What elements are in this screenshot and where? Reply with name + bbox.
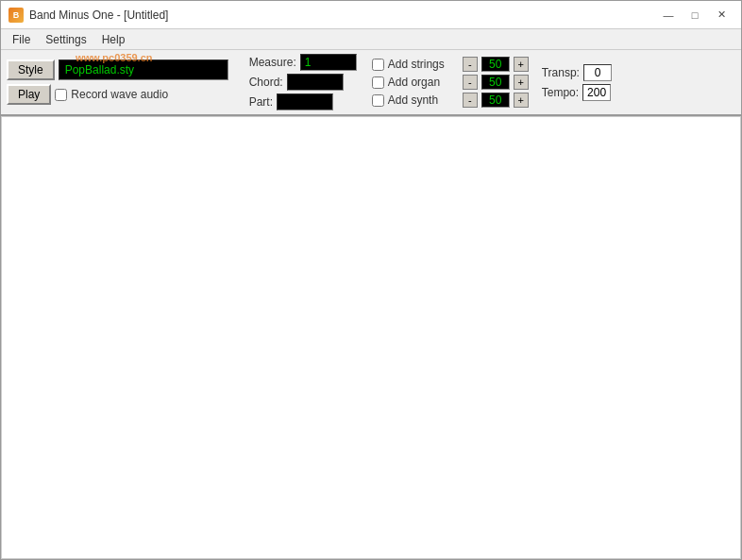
add-strings-checkbox[interactable] [372,59,384,71]
synth-value: 50 [481,93,510,108]
record-wave-label: Record wave audio [71,88,168,101]
measure-group: Measure: 1 [249,54,357,71]
strings-plus-button[interactable]: + [514,57,529,72]
menu-settings[interactable]: Settings [38,31,93,48]
add-organ-checkbox[interactable] [372,76,384,89]
strings-value: 50 [481,57,510,72]
tempo-value: 200 [582,84,611,101]
fields-block: Measure: 1 Chord: Part: [249,54,357,110]
title-bar-left: B Band Minus One - [Untitled] [8,8,168,23]
add-strings-row: Add strings - 50 + [372,57,529,72]
measure-label: Measure: [249,56,296,69]
main-content [1,116,741,559]
organ-minus-button[interactable]: - [463,75,478,90]
toolbar: Style PopBallad.sty Play Record wave aud… [1,50,741,116]
add-strings-label: Add strings [388,58,459,71]
transp-row: Transp: 0 [542,64,612,81]
transp-label: Transp: [542,66,580,79]
add-organ-row: Add organ - 50 + [372,75,529,90]
record-wave-checkbox[interactable] [55,89,67,101]
organ-plus-button[interactable]: + [514,75,529,90]
menu-help[interactable]: Help [94,31,133,48]
synth-plus-button[interactable]: + [514,93,529,108]
title-bar-controls: — □ ✕ [656,6,734,25]
add-synth-row: Add synth - 50 + [372,93,529,108]
minimize-button[interactable]: — [656,6,681,25]
play-button[interactable]: Play [7,84,51,105]
part-group: Part: [249,93,357,110]
transp-tempo-block: Transp: 0 Tempo: 200 [542,64,612,101]
maximize-button[interactable]: □ [683,6,707,25]
title-bar: B Band Minus One - [Untitled] — □ ✕ [1,1,741,29]
menu-bar: File Settings Help [1,29,741,50]
record-wave-section: Record wave audio [55,88,168,101]
organ-value: 50 [481,75,510,90]
add-block: Add strings - 50 + Add organ - 50 + Add … [372,57,529,108]
add-synth-checkbox[interactable] [372,94,384,107]
measure-value: 1 [300,54,357,71]
tempo-label: Tempo: [542,86,579,99]
transp-value: 0 [583,64,612,81]
strings-minus-button[interactable]: - [463,57,478,72]
menu-file[interactable]: File [5,31,38,48]
tempo-row: Tempo: 200 [542,84,612,101]
chord-label: Chord: [249,76,283,89]
style-display: PopBallad.sty [59,59,228,80]
style-button[interactable]: Style [7,59,55,80]
close-button[interactable]: ✕ [709,6,734,25]
part-label: Part: [249,95,273,109]
app-icon: B [8,8,24,23]
main-window: B Band Minus One - [Untitled] — □ ✕ File… [0,0,742,560]
chord-value [287,74,344,91]
add-synth-label: Add synth [388,93,459,107]
synth-minus-button[interactable]: - [463,93,478,108]
window-title: Band Minus One - [Untitled] [29,8,168,22]
part-value [277,93,333,110]
chord-group: Chord: [249,74,357,91]
add-organ-label: Add organ [388,76,459,89]
